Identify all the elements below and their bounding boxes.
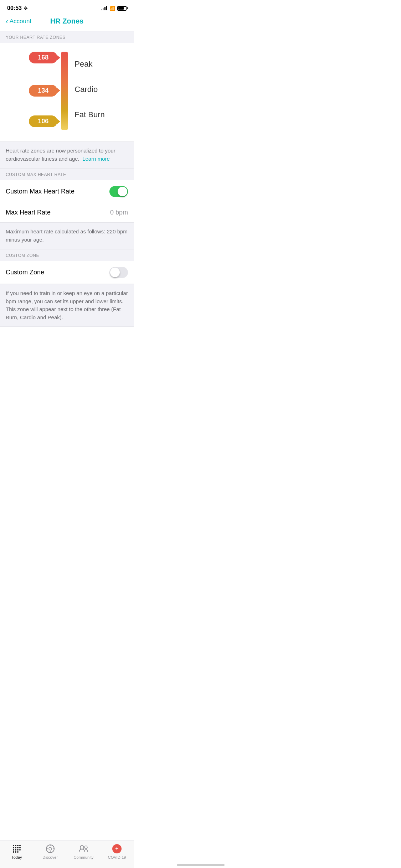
- status-time: 00:53 ✈: [7, 5, 28, 11]
- peak-badge: 168: [29, 52, 57, 63]
- nav-header: ‹ Account HR Zones: [0, 14, 134, 31]
- zone-name-peak: Peak: [74, 60, 104, 69]
- battery-icon: [117, 6, 127, 11]
- learn-more-link[interactable]: Learn more: [82, 156, 110, 162]
- max-hr-row: Max Heart Rate 0 bpm: [0, 203, 134, 222]
- location-icon: ✈: [24, 6, 28, 11]
- custom-zone-label: Custom Zone: [6, 269, 44, 276]
- max-hr-desc-section: Maximum heart rate calculated as follows…: [0, 222, 134, 249]
- custom-max-hr-toggle[interactable]: [109, 186, 128, 197]
- max-hr-value: 0 bpm: [110, 209, 128, 216]
- fatburn-badge: 106: [29, 115, 57, 127]
- custom-zone-desc-section: If you need to train in or keep an eye o…: [0, 284, 134, 327]
- hr-zones-info-text: Heart rate zones are now personalized to…: [6, 147, 128, 163]
- zone-name-fatburn: Fat Burn: [74, 110, 104, 119]
- gradient-bar: [60, 52, 69, 130]
- hr-zones-info-section: Heart rate zones are now personalized to…: [0, 141, 134, 168]
- zone-badges: 168 134 106: [29, 52, 60, 130]
- custom-zone-row: Custom Zone: [0, 261, 134, 284]
- page-title: HR Zones: [50, 17, 83, 25]
- zone-name-cardio: Cardio: [74, 85, 104, 94]
- back-label: Account: [10, 18, 31, 25]
- hr-zones-section-header: YOUR HEART RATE ZONES: [0, 31, 134, 43]
- wifi-icon: 📶: [109, 6, 115, 11]
- custom-zone-toggle[interactable]: [109, 267, 128, 278]
- signal-icon: [101, 6, 107, 10]
- max-hr-desc-text: Maximum heart rate calculated as follows…: [6, 228, 128, 244]
- status-icons: 📶: [101, 6, 127, 11]
- back-button[interactable]: ‹ Account: [6, 18, 31, 25]
- custom-max-hr-row: Custom Max Heart Rate: [0, 180, 134, 203]
- custom-max-hr-label: Custom Max Heart Rate: [6, 188, 74, 195]
- max-hr-label: Max Heart Rate: [6, 209, 51, 216]
- custom-max-hr-header: CUSTOM MAX HEART RATE: [0, 168, 134, 180]
- status-bar: 00:53 ✈ 📶: [0, 0, 134, 14]
- custom-zone-header: CUSTOM ZONE: [0, 249, 134, 261]
- cardio-badge: 134: [29, 85, 57, 97]
- back-chevron-icon: ‹: [6, 17, 8, 25]
- custom-zone-desc-text: If you need to train in or keep an eye o…: [6, 289, 128, 321]
- hr-zones-chart-section: 168 134 106 Peak Cardio Fat Burn: [0, 43, 134, 141]
- zone-names: Peak Cardio Fat Burn: [69, 52, 104, 130]
